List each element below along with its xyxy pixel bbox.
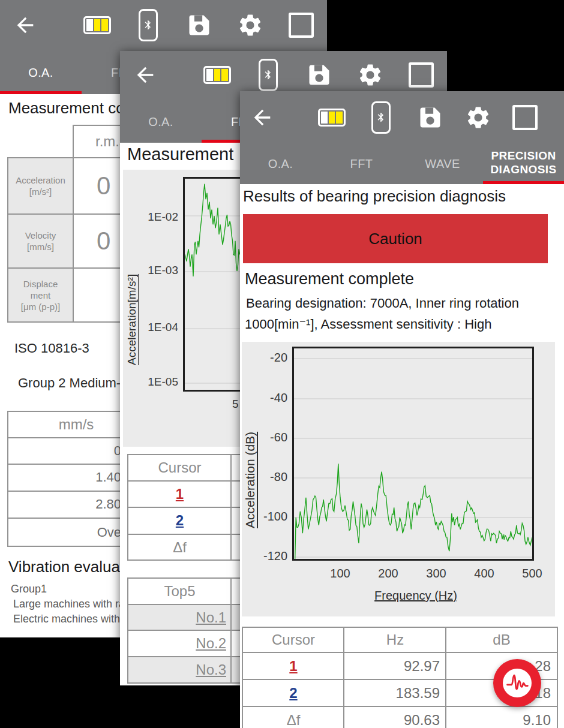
y-tick: -20: [247, 351, 287, 365]
cursor-2-row: 2: [127, 507, 232, 535]
cursor-1-link[interactable]: 1: [128, 482, 231, 507]
save-icon[interactable]: [186, 12, 212, 38]
battery-icon[interactable]: [203, 66, 231, 84]
group1-label: Group1: [11, 583, 47, 595]
caution-status-banner: Caution: [243, 214, 548, 263]
spectrum-trace: [294, 348, 532, 559]
vibration-measure-fab[interactable]: [493, 659, 541, 707]
tab-fft[interactable]: FFT: [321, 157, 402, 171]
no2-link[interactable]: No.2: [128, 631, 231, 656]
y-tick: 1E-03: [140, 264, 178, 277]
cursor-table-header: Cursor: [127, 454, 232, 482]
row-label-displacement: Displacement[μm (p-p)]: [7, 267, 74, 323]
x-tick: 200: [370, 567, 406, 580]
back-icon[interactable]: [133, 63, 157, 87]
battery-icon[interactable]: [318, 109, 346, 127]
gear-icon[interactable]: [357, 62, 383, 88]
x-axis-label: Frequency (Hz): [356, 589, 476, 603]
toolbar: [240, 91, 564, 144]
top5-no3-row: No.3: [127, 656, 232, 684]
waveform-icon: [503, 669, 532, 697]
delta-f-row: Δf: [127, 534, 232, 561]
toolbar: [0, 0, 327, 51]
vibration-evaluation-title: Vibration evalua: [8, 558, 120, 576]
rotation-sensitivity-line: 1000[min⁻¹], Assessment sensitivity : Hi…: [245, 317, 491, 332]
active-tab-underline: [483, 181, 564, 184]
cursor-2-hz: 183.59: [343, 679, 447, 707]
tab-oa[interactable]: O.A.: [0, 66, 82, 80]
tab-oa[interactable]: O.A.: [120, 115, 202, 129]
top5-header: Top5: [127, 577, 232, 605]
y-tick: 1E-02: [140, 210, 178, 224]
y-tick: -40: [247, 391, 287, 405]
tab-precision-diagnosis[interactable]: PRECISION DIAGNOSIS: [483, 149, 564, 176]
measurement-complete-label: Measurement complete: [245, 270, 414, 288]
top5-no1-row: No.1: [127, 604, 232, 631]
tab-wave[interactable]: WAVE: [402, 157, 483, 171]
screen: O.A. FFT Measurement complete r.m.s. Acc…: [0, 0, 564, 728]
x-tick: 5: [232, 398, 239, 411]
cursor-2-link[interactable]: 2: [128, 508, 231, 533]
tab-oa[interactable]: O.A.: [240, 157, 321, 171]
save-icon[interactable]: [417, 104, 443, 131]
bluetooth-phone-icon[interactable]: [259, 59, 278, 91]
square-icon[interactable]: [289, 13, 314, 38]
tab-bar: O.A. FFT WAVE PRECISION DIAGNOSIS: [240, 144, 564, 184]
gear-icon[interactable]: [465, 104, 491, 131]
y-tick: -120: [247, 549, 287, 563]
window-precision-diagnosis: O.A. FFT WAVE PRECISION DIAGNOSIS Result…: [240, 91, 564, 728]
delta-f-cell: Δf: [242, 706, 345, 728]
bluetooth-phone-icon[interactable]: [139, 9, 158, 41]
y-tick: 1E-05: [140, 375, 178, 389]
cursor-2-cell: 2: [242, 679, 345, 707]
row-label-acceleration: Acceleration[m/s²]: [7, 157, 74, 215]
active-tab-underline: [0, 91, 82, 94]
back-icon[interactable]: [250, 106, 274, 130]
delta-f-hz: 90.63: [343, 706, 447, 728]
square-icon[interactable]: [512, 105, 538, 130]
machines-line-1: Large machines with rat: [13, 598, 128, 610]
col-header-db: dB: [445, 627, 558, 653]
x-tick: 500: [514, 567, 550, 580]
y-tick: -60: [247, 431, 287, 444]
cursor-1-cell: 1: [242, 652, 345, 680]
no3-link[interactable]: No.3: [128, 657, 231, 682]
save-icon[interactable]: [306, 62, 332, 88]
page-title: Results of bearing precision diagnosis: [243, 187, 506, 206]
spectrum-chart-panel: Acceleration (dB) -20 -40 -60 -80 -100 -…: [242, 342, 555, 616]
cursor-1-row: 1: [127, 480, 232, 508]
gear-icon[interactable]: [237, 12, 263, 38]
y-tick: -100: [247, 510, 287, 524]
iso-standard-label: ISO 10816-3: [14, 341, 89, 356]
bluetooth-phone-icon[interactable]: [371, 101, 391, 134]
machines-line-2: Electric machines with s: [13, 613, 128, 625]
square-icon[interactable]: [409, 62, 434, 88]
y-tick: 1E-04: [140, 321, 178, 334]
col-header-hz: Hz: [343, 627, 447, 653]
bearing-designation-line: Bearing designation: 7000A, Inner ring r…: [246, 296, 519, 311]
group-label: Group 2 Medium-: [18, 375, 121, 391]
top5-no2-row: No.2: [127, 630, 232, 657]
no1-link[interactable]: No.1: [128, 605, 231, 630]
cursor-2-link[interactable]: 2: [243, 680, 344, 706]
col-header-cursor: Cursor: [242, 627, 345, 653]
row-label-velocity: Velocity[mm/s]: [7, 213, 74, 269]
delta-f-db: 9.10: [445, 706, 558, 728]
y-axis-label: Acceleration[m/s²]: [125, 236, 139, 404]
back-icon[interactable]: [13, 13, 37, 37]
x-tick: 300: [418, 567, 454, 580]
y-tick: -80: [247, 470, 287, 484]
page-title: Measurement: [127, 145, 233, 164]
cursor-1-link[interactable]: 1: [243, 653, 344, 679]
x-tick: 100: [322, 567, 358, 580]
battery-icon[interactable]: [83, 16, 111, 34]
spectrum-plot-area[interactable]: [292, 347, 534, 561]
x-tick: 400: [466, 567, 502, 580]
cursor-1-hz: 92.97: [343, 652, 447, 680]
